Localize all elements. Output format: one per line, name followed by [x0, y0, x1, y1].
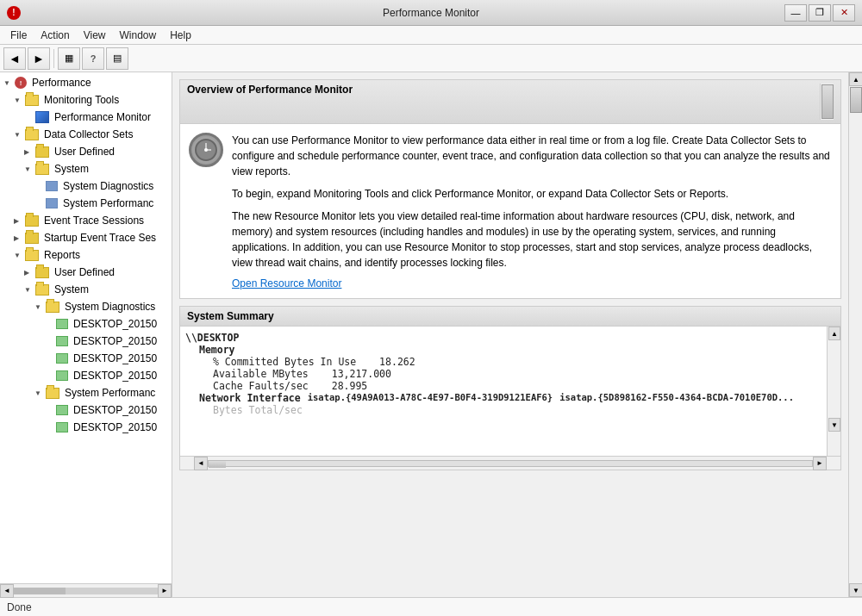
right-panel-wrap: Overview of Performance Monitor	[172, 72, 862, 597]
menu-view[interactable]: View	[77, 28, 113, 43]
tree-node-desktop-6[interactable]: ▶ DESKTOP_20150	[0, 419, 172, 436]
right-vscroll-track	[849, 86, 862, 583]
tree-node-data-collector[interactable]: ▼ Data Collector Sets	[0, 126, 172, 143]
startup-trace-icon	[25, 233, 39, 244]
summary-vscroll-down[interactable]: ▼	[828, 418, 840, 432]
summary-header: System Summary	[180, 307, 840, 327]
right-vscroll-down[interactable]: ▼	[849, 583, 862, 597]
menu-window[interactable]: Window	[113, 28, 164, 43]
tree-node-reports[interactable]: ▼ Reports	[0, 246, 172, 264]
right-vscroll-thumb[interactable]	[850, 87, 862, 113]
hscroll-right-btn[interactable]: ►	[158, 584, 172, 598]
overview-header: Overview of Performance Monitor	[180, 80, 840, 124]
summary-bytes-total: Bytes Total/sec	[185, 404, 821, 416]
left-panel: ▼ ! Performance ▼ Monitoring Tools ▶ Per…	[0, 72, 172, 597]
summary-hscroll-thumb[interactable]	[209, 461, 226, 468]
user-defined-rep-icon	[35, 267, 49, 278]
summary-hscroll-left[interactable]: ◄	[194, 457, 208, 470]
toolbar: ◄ ► ▦ ? ▤	[0, 45, 862, 72]
tree-label-sys-diag-dcs: System Diagnostics	[63, 180, 153, 192]
overview-vscroll-thumb[interactable]	[821, 84, 834, 119]
tree-node-desktop-3[interactable]: ▶ DESKTOP_20150	[0, 350, 172, 367]
main-layout: ▼ ! Performance ▼ Monitoring Tools ▶ Per…	[0, 72, 862, 597]
tree-node-sys-diag-rep[interactable]: ▼ System Diagnostics	[0, 298, 172, 315]
tree-node-desktop-4[interactable]: ▶ DESKTOP_20150	[0, 367, 172, 384]
tree-node-desktop-2[interactable]: ▶ DESKTOP_20150	[0, 333, 172, 350]
overview-vscroll[interactable]	[820, 84, 834, 120]
tree-node-monitoring-tools[interactable]: ▼ Monitoring Tools	[0, 91, 172, 109]
desktop-2-icon	[56, 336, 68, 346]
overview-body: You can use Performance Monitor to view …	[180, 124, 840, 298]
summary-body-wrap: \\DESKTOP Memory % Committed Bytes In Us…	[180, 327, 840, 456]
desktop-3-icon	[56, 353, 68, 364]
tree-node-startup-trace[interactable]: ▶ Startup Event Trace Ses	[0, 229, 172, 246]
tree-label-desktop-2: DESKTOP_20150	[73, 335, 157, 347]
properties-button[interactable]: ▤	[106, 47, 128, 70]
overview-header-text: Overview of Performance Monitor	[187, 84, 820, 120]
system-rep-icon	[35, 284, 49, 296]
sys-perf-dcs-icon	[46, 198, 58, 208]
summary-vscroll-up[interactable]: ▲	[828, 327, 840, 340]
back-button[interactable]: ◄	[3, 47, 26, 70]
tree-node-desktop-5[interactable]: ▶ DESKTOP_20150	[0, 401, 172, 419]
hscroll-left-btn[interactable]: ◄	[0, 584, 14, 598]
sys-diag-rep-icon	[46, 302, 59, 313]
summary-hscroll[interactable]: ◄ ►	[180, 456, 840, 470]
tree-node-user-defined-rep[interactable]: ▶ User Defined	[0, 264, 172, 281]
summary-memory-label: Memory	[185, 344, 821, 356]
sys-perf-rep-icon	[46, 388, 59, 399]
tree-node-system-dcs[interactable]: ▼ System	[0, 160, 172, 177]
menu-file[interactable]: File	[3, 28, 34, 43]
title-bar-buttons: — ❐ ✕	[784, 4, 855, 22]
overview-para1: You can use Performance Monitor to view …	[232, 133, 832, 179]
tree-node-desktop-1[interactable]: ▶ DESKTOP_20150	[0, 315, 172, 333]
minimize-button[interactable]: —	[784, 4, 807, 22]
show-grid-button[interactable]: ▦	[58, 47, 80, 70]
tree-view: ▼ ! Performance ▼ Monitoring Tools ▶ Per…	[0, 72, 172, 583]
close-button[interactable]: ✕	[833, 4, 855, 22]
summary-hscroll-right[interactable]: ►	[813, 457, 827, 470]
overview-section: Overview of Performance Monitor	[179, 79, 841, 299]
desktop-4-icon	[56, 370, 68, 381]
tree-node-performance[interactable]: ▼ ! Performance	[0, 74, 172, 91]
hscroll-track	[14, 588, 158, 594]
left-panel-hscroll[interactable]: ◄ ►	[0, 583, 172, 597]
tree-node-sys-perf-dcs[interactable]: ▶ System Performanc	[0, 195, 172, 212]
tree-label-user-defined-1: User Defined	[54, 146, 115, 158]
tree-label-desktop-4: DESKTOP_20150	[73, 370, 157, 382]
open-resource-monitor-link[interactable]: Open Resource Monitor	[232, 277, 832, 289]
title-bar-left: !	[7, 6, 21, 20]
menu-help[interactable]: Help	[163, 28, 198, 43]
forward-button[interactable]: ►	[28, 47, 50, 70]
tree-node-perf-monitor[interactable]: ▶ Performance Monitor	[0, 109, 172, 126]
tree-label-desktop-5: DESKTOP_20150	[73, 404, 157, 416]
overview-para3: The new Resource Monitor lets you view d…	[232, 208, 832, 271]
summary-vscroll[interactable]: ▲ ▼	[827, 327, 840, 456]
reports-icon	[25, 250, 39, 261]
right-vscroll[interactable]: ▲ ▼	[848, 72, 862, 597]
svg-point-1	[204, 148, 208, 152]
right-vscroll-up[interactable]: ▲	[849, 72, 862, 86]
tree-node-event-trace[interactable]: ▶ Event Trace Sessions	[0, 212, 172, 229]
tree-label-sys-perf-rep: System Performanc	[65, 387, 155, 399]
summary-scroll-area: \\DESKTOP Memory % Committed Bytes In Us…	[185, 332, 821, 451]
tree-label-data-collector: Data Collector Sets	[44, 128, 133, 140]
tree-label-sys-diag-rep: System Diagnostics	[65, 301, 155, 313]
menu-action[interactable]: Action	[34, 28, 76, 43]
window-title: Performance Monitor	[383, 7, 479, 19]
perf-monitor-logo	[189, 133, 223, 167]
summary-body: \\DESKTOP Memory % Committed Bytes In Us…	[180, 327, 827, 456]
summary-cache-faults: Cache Faults/sec 28.995	[185, 380, 821, 392]
tree-node-user-defined-1[interactable]: ▶ User Defined	[0, 143, 172, 160]
restore-button[interactable]: ❐	[809, 4, 831, 22]
tree-node-sys-perf-rep[interactable]: ▼ System Performanc	[0, 384, 172, 401]
tree-node-sys-diag-dcs[interactable]: ▶ System Diagnostics	[0, 177, 172, 195]
desktop-6-icon	[56, 422, 68, 432]
event-trace-icon	[25, 215, 39, 227]
tree-node-system-rep[interactable]: ▼ System	[0, 281, 172, 298]
summary-committed-bytes: % Committed Bytes In Use 18.262	[185, 356, 821, 368]
app-icon: !	[7, 6, 21, 20]
help-button[interactable]: ?	[82, 47, 104, 70]
hscroll-thumb[interactable]	[14, 588, 66, 594]
tree-label-perf-monitor: Performance Monitor	[54, 111, 151, 123]
